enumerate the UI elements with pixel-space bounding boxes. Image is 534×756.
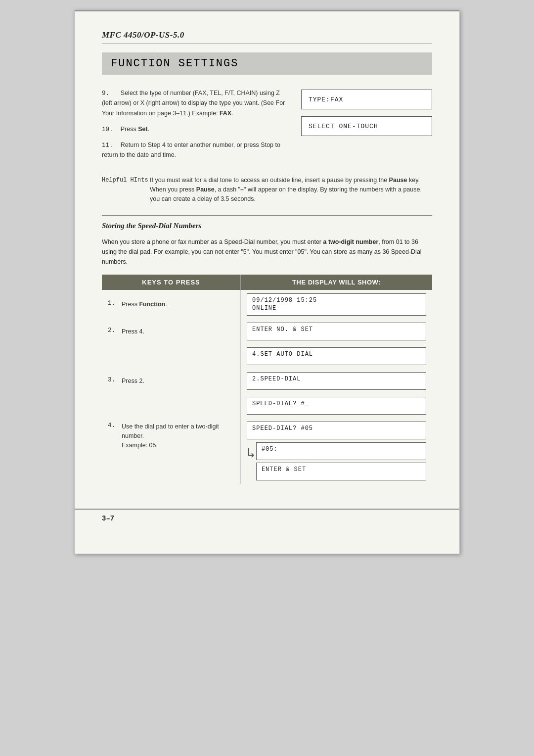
lcd-online: 09/12/1998 15:25 ONLINE — [247, 293, 426, 316]
col-header-display: THE DISPLAY WILL SHOW: — [241, 275, 432, 290]
grouped-display: ↳ #05: ENTER & SET — [247, 442, 426, 480]
keys-table: KEYS TO PRESS THE DISPLAY WILL SHOW: 1. … — [102, 275, 432, 484]
table-row-1: 1. Press Function. 09/12/1998 15:25 ONLI… — [102, 290, 432, 320]
lcd-speed-dial-prompt: SPEED-DIAL? #_ — [247, 397, 426, 415]
top-content-area: 9. Select the type of number (FAX, TEL, … — [102, 89, 432, 167]
display-4-cell: SPEED-DIAL? #05 ↳ #05: ENTER & SET — [241, 418, 432, 484]
table-row-3b: SPEED-DIAL? #_ — [102, 393, 432, 418]
display-1-cell: 09/12/1998 15:25 ONLINE — [241, 290, 432, 320]
table-row-4: 4. Use the dial pad to enter a two-digit… — [102, 418, 432, 484]
step-4-cell: 4. Use the dial pad to enter a two-digit… — [102, 418, 241, 484]
left-col: 9. Select the type of number (FAX, TEL, … — [102, 89, 301, 167]
lcd-hash-05: #05: — [256, 442, 426, 460]
lcd-box-type-fax: TYPE:FAX — [301, 90, 432, 109]
lcd-enter-no: ENTER NO. & SET — [247, 323, 426, 340]
lcd-speed-dial-menu: 2.SPEED-DIAL — [247, 372, 426, 390]
display-2-cell: ENTER NO. & SET — [241, 319, 432, 344]
table-row-2b: 4.SET AUTO DIAL — [102, 344, 432, 369]
helpful-hints-label: Helpful HInts — [102, 176, 144, 204]
section-title: FUNCTION SETTINGS — [102, 52, 432, 75]
col-header-keys: KEYS TO PRESS — [102, 275, 241, 290]
step-1-cell: 1. Press Function. — [102, 290, 241, 320]
page-number: 3–7 — [102, 515, 114, 522]
step-2-cell: 2. Press 4. — [102, 319, 241, 344]
table-row-2: 2. Press 4. ENTER NO. & SET — [102, 319, 432, 344]
step-11: 11. Return to Step 4 to enter another nu… — [102, 141, 291, 161]
right-col: TYPE:FAX SELECT ONE-TOUCH — [301, 89, 432, 167]
step-9: 9. Select the type of number (FAX, TEL, … — [102, 89, 291, 119]
lcd-set-auto-dial: 4.SET AUTO DIAL — [247, 347, 426, 365]
step-3b-empty — [102, 393, 241, 418]
grouped-lcd-stack: #05: ENTER & SET — [256, 442, 426, 480]
page: MFC 4450/OP-US-5.0 FUNCTION SETTINGS 9. … — [74, 10, 460, 554]
lcd-speed-dial-05: SPEED-DIAL? #05 — [247, 422, 426, 439]
page-footer: 3–7 — [75, 509, 459, 529]
lcd-enter-set: ENTER & SET — [256, 463, 426, 480]
display-2b-cell: 4.SET AUTO DIAL — [241, 344, 432, 369]
step-2b-empty — [102, 344, 241, 369]
subsection-title: Storing the Speed-Dial Numbers — [102, 222, 432, 230]
helpful-hints-section: Helpful HInts If you must wait for a dia… — [102, 176, 432, 204]
divider-line — [102, 215, 432, 216]
subsection-para: When you store a phone or fax number as … — [102, 237, 432, 267]
curved-arrow-icon: ↳ — [247, 447, 255, 461]
display-3-cell: 2.SPEED-DIAL — [241, 369, 432, 393]
header-section: MFC 4450/OP-US-5.0 — [102, 26, 432, 44]
step-10: 10. Press Set. — [102, 125, 291, 135]
lcd-box-select-one-touch: SELECT ONE-TOUCH — [301, 116, 432, 136]
step-3-cell: 3. Press 2. — [102, 369, 241, 393]
helpful-hints-text: If you must wait for a dial tone to acce… — [150, 176, 432, 204]
doc-title: MFC 4450/OP-US-5.0 — [102, 30, 184, 40]
table-row-3: 3. Press 2. 2.SPEED-DIAL — [102, 369, 432, 393]
display-3b-cell: SPEED-DIAL? #_ — [241, 393, 432, 418]
